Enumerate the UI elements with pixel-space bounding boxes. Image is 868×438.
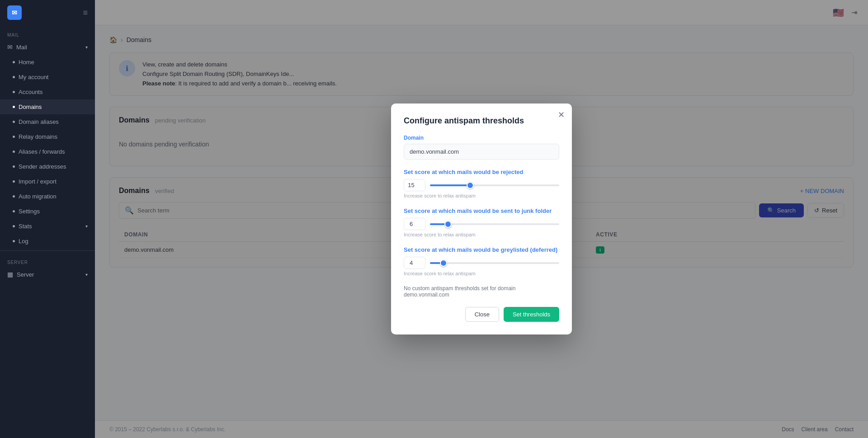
sidebar-item-label-auto-migration: Auto migration	[19, 193, 57, 200]
close-button[interactable]: Close	[465, 307, 499, 322]
set-thresholds-button[interactable]: Set thresholds	[504, 307, 559, 322]
main-content: 🇺🇸 ⇥ 🏠 › Domains ℹ View, create and dele…	[95, 0, 868, 438]
slider3-row	[404, 257, 559, 269]
app-logo: ✉	[7, 5, 22, 20]
slider-junk-section: Set score at which mails would be sent t…	[404, 207, 559, 237]
sidebar-item-domains[interactable]: Domains	[0, 99, 95, 114]
slider3-value-input[interactable]	[404, 257, 425, 269]
sidebar-item-home[interactable]: Home	[0, 55, 95, 70]
sidebar-item-label-aliases-forwards: Aliases / forwards	[19, 148, 65, 155]
mail-arrow-icon: ▾	[85, 45, 88, 50]
sidebar: ✉ ≡ MAIL ✉ Mail ▾ Home My account Accoun…	[0, 0, 95, 438]
server-icon: ▦	[7, 271, 13, 278]
dot-icon	[13, 91, 15, 93]
sidebar-item-mail-parent[interactable]: ✉ Mail ▾	[0, 39, 95, 55]
sidebar-item-label-accounts: Accounts	[19, 89, 42, 95]
sidebar-item-label-stats: Stats	[19, 223, 32, 230]
slider-greylist-section: Set score at which mails would be greyli…	[404, 246, 559, 276]
slider3-range[interactable]	[430, 262, 559, 264]
dot-icon	[13, 61, 15, 63]
sidebar-item-sender-addresses[interactable]: Sender addresses	[0, 159, 95, 174]
sidebar-item-import-export[interactable]: Import / export	[0, 174, 95, 189]
dot-icon	[13, 195, 15, 198]
sidebar-item-accounts[interactable]: Accounts	[0, 85, 95, 99]
domain-input[interactable]	[404, 144, 559, 160]
sidebar-item-label-server: Server	[17, 271, 34, 278]
slider1-row	[404, 179, 559, 191]
slider3-title: Set score at which mails would be greyli…	[404, 246, 559, 253]
slider2-row	[404, 218, 559, 230]
modal-footer: Close Set thresholds	[404, 307, 559, 322]
slider1-hint: Increase score to relax antispam	[404, 193, 559, 198]
sidebar-item-my-account[interactable]: My account	[0, 70, 95, 85]
sidebar-item-relay-domains[interactable]: Relay domains	[0, 129, 95, 144]
sidebar-item-label-my-account: My account	[19, 74, 48, 80]
slider2-title: Set score at which mails would be sent t…	[404, 207, 559, 214]
dot-icon	[13, 210, 15, 212]
sidebar-item-label-log: Log	[19, 238, 28, 245]
slider1-range[interactable]	[430, 184, 559, 186]
server-arrow-icon: ▾	[85, 272, 88, 277]
menu-icon[interactable]: ≡	[83, 8, 88, 18]
sidebar-mail-label: Mail	[16, 44, 27, 51]
sidebar-section-mail-label: MAIL	[0, 25, 95, 39]
sidebar-item-label-sender-addresses: Sender addresses	[19, 163, 66, 170]
dot-icon	[13, 225, 15, 227]
sidebar-item-domain-aliases[interactable]: Domain aliases	[0, 114, 95, 129]
dot-icon	[13, 240, 15, 242]
sidebar-item-log[interactable]: Log	[0, 234, 95, 249]
slider1-value-input[interactable]	[404, 179, 425, 191]
modal-close-button[interactable]: ✕	[558, 111, 565, 119]
dot-icon	[13, 180, 15, 183]
sidebar-item-label-relay-domains: Relay domains	[19, 133, 57, 140]
domain-label: Domain	[404, 135, 559, 141]
modal-title: Configure antispam thresholds	[404, 116, 559, 126]
dot-icon	[13, 121, 15, 123]
modal-overlay: ✕ Configure antispam thresholds Domain S…	[95, 0, 868, 438]
dot-icon	[13, 106, 15, 108]
sidebar-item-stats[interactable]: Stats ▾	[0, 219, 95, 234]
sidebar-section-server-label: SERVER	[0, 253, 95, 267]
mail-icon: ✉	[7, 43, 13, 51]
slider2-value-input[interactable]	[404, 218, 425, 230]
dot-icon	[13, 151, 15, 153]
slider2-range[interactable]	[430, 223, 559, 225]
modal-info-text: No custom antispam thresholds set for do…	[404, 285, 559, 298]
sidebar-item-label-import-export: Import / export	[19, 178, 57, 185]
slider2-hint: Increase score to relax antispam	[404, 232, 559, 237]
sidebar-item-label-settings: Settings	[19, 208, 40, 215]
slider3-hint: Increase score to relax antispam	[404, 271, 559, 276]
sidebar-item-aliases-forwards[interactable]: Aliases / forwards	[0, 144, 95, 159]
dot-icon	[13, 76, 15, 78]
sidebar-item-label-home: Home	[19, 59, 34, 66]
dot-icon	[13, 136, 15, 138]
sidebar-header: ✉ ≡	[0, 0, 95, 25]
slider1-title: Set score at which mails would be reject…	[404, 169, 559, 175]
sidebar-item-label-domains: Domains	[19, 104, 42, 110]
sidebar-item-label-domain-aliases: Domain aliases	[19, 118, 59, 125]
sidebar-item-auto-migration[interactable]: Auto migration	[0, 189, 95, 204]
sidebar-item-server[interactable]: ▦ Server ▾	[0, 267, 95, 282]
sidebar-item-settings[interactable]: Settings	[0, 204, 95, 219]
stats-arrow-icon: ▾	[85, 224, 88, 229]
antispam-modal: ✕ Configure antispam thresholds Domain S…	[391, 104, 572, 334]
slider-reject-section: Set score at which mails would be reject…	[404, 169, 559, 198]
dot-icon	[13, 165, 15, 168]
